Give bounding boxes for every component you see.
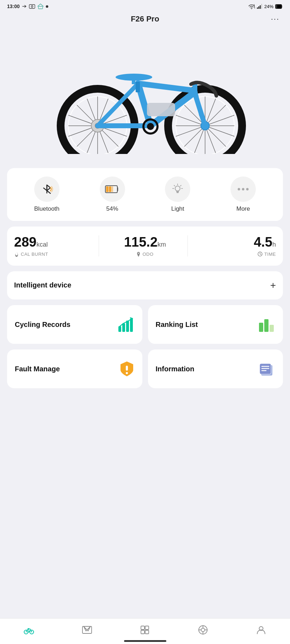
status-bar: 13:00	[0, 0, 290, 11]
bluetooth-icon-wrap	[34, 177, 60, 202]
svg-rect-53	[112, 186, 113, 192]
odo-unit: km	[158, 241, 166, 248]
signal-icon	[257, 4, 263, 9]
light-icon-wrap	[165, 177, 190, 202]
svg-rect-46	[147, 103, 175, 116]
svg-line-68	[260, 254, 261, 255]
svg-point-65	[138, 253, 139, 254]
time-label: TIME	[264, 252, 276, 257]
cal-label: CAL BURNT	[21, 252, 48, 257]
svg-line-4	[254, 4, 255, 8]
svg-rect-56	[177, 192, 179, 193]
nav-discover[interactable]	[192, 623, 214, 637]
bike-image	[0, 27, 290, 168]
light-control[interactable]: Light	[165, 177, 190, 212]
svg-line-58	[180, 185, 181, 186]
ranking-list-card[interactable]: Ranking List	[148, 305, 283, 344]
svg-rect-77	[126, 372, 128, 374]
svg-rect-90	[145, 630, 149, 634]
svg-point-92	[201, 628, 205, 632]
svg-point-85	[28, 632, 29, 633]
svg-line-60	[174, 185, 175, 186]
battery-icon-wrap	[100, 177, 125, 202]
more-control[interactable]: More	[230, 177, 256, 212]
controls-card: Bluetooth 54%	[7, 168, 283, 221]
wifi-icon	[248, 4, 255, 9]
svg-rect-2	[38, 6, 43, 9]
arrow-icon	[22, 4, 27, 9]
fault-manage-card[interactable]: Fault Manage	[7, 349, 142, 388]
battery-level-icon	[105, 184, 120, 194]
explore-nav-icon	[82, 625, 92, 635]
intelligent-device-label: Intelligent device	[14, 281, 71, 289]
stats-card: 289kcal CAL BURNT 115.2km	[7, 227, 283, 266]
battery-control[interactable]: 54%	[100, 177, 125, 212]
page-title: F26 Pro	[131, 14, 159, 24]
grid-section: Cycling Records Ranking List	[7, 305, 283, 388]
svg-rect-74	[264, 319, 269, 332]
photo-icon	[29, 4, 35, 9]
more-icon-wrap	[230, 177, 256, 202]
battery-icon	[275, 4, 283, 9]
notification-dot	[46, 5, 48, 8]
nav-profile[interactable]	[250, 623, 272, 637]
svg-rect-0	[29, 5, 35, 8]
fault-manage-icon	[119, 360, 135, 378]
profile-nav-icon	[256, 625, 266, 635]
ranking-list-label: Ranking List	[156, 320, 198, 329]
ranking-list-icon	[258, 316, 275, 333]
intelligent-device-card[interactable]: Intelligent device +	[7, 271, 283, 299]
svg-point-62	[238, 188, 240, 191]
information-label: Information	[156, 364, 195, 373]
svg-rect-7	[260, 5, 261, 9]
time-unit: h	[272, 241, 276, 248]
svg-rect-6	[258, 6, 259, 9]
svg-point-45	[147, 123, 154, 130]
svg-rect-42	[132, 77, 135, 84]
cycling-records-card[interactable]: Cycling Records	[7, 305, 142, 344]
svg-rect-88	[145, 626, 149, 630]
clock-icon	[258, 252, 263, 256]
time: 13:00	[7, 4, 20, 9]
nav-home[interactable]	[18, 623, 40, 637]
more-menu-button[interactable]: ···	[271, 14, 279, 24]
svg-point-54	[175, 186, 180, 191]
odo-value: 115.2	[124, 235, 158, 249]
svg-rect-76	[126, 366, 128, 371]
cal-value: 289	[14, 235, 36, 249]
svg-point-1	[31, 6, 33, 7]
location-icon	[136, 252, 141, 257]
cycling-records-label: Cycling Records	[15, 320, 70, 329]
home-nav-icon	[23, 624, 35, 636]
more-dots-icon	[237, 186, 249, 193]
discover-nav-icon	[198, 625, 208, 635]
header: F26 Pro ···	[0, 11, 290, 27]
svg-rect-70	[122, 323, 125, 332]
odo-label: ODO	[142, 252, 153, 257]
information-icon	[258, 360, 275, 378]
activity-nav-icon	[140, 625, 150, 635]
svg-line-49	[43, 188, 47, 191]
information-card[interactable]: Information	[148, 349, 283, 388]
svg-rect-8	[261, 4, 262, 9]
nav-explore[interactable]	[76, 623, 98, 637]
svg-rect-51	[106, 186, 109, 192]
svg-rect-89	[141, 630, 144, 634]
flame-icon	[14, 252, 19, 257]
svg-rect-87	[141, 626, 144, 630]
status-right: 24%	[248, 4, 283, 9]
time-stat: 4.5h TIME	[188, 235, 276, 257]
svg-rect-71	[126, 321, 129, 332]
odo-stat: 115.2km ODO	[99, 235, 187, 257]
add-device-button[interactable]: +	[270, 280, 276, 291]
svg-rect-43	[192, 83, 197, 94]
svg-point-3	[251, 8, 252, 9]
battery-label: 54%	[106, 205, 118, 212]
time-value: 4.5	[254, 235, 272, 249]
svg-rect-73	[259, 323, 263, 332]
cycling-records-icon	[117, 316, 135, 333]
nav-activity[interactable]	[134, 623, 156, 637]
svg-rect-10	[276, 5, 277, 8]
bluetooth-control[interactable]: Bluetooth	[34, 177, 60, 212]
house-icon	[37, 4, 44, 9]
